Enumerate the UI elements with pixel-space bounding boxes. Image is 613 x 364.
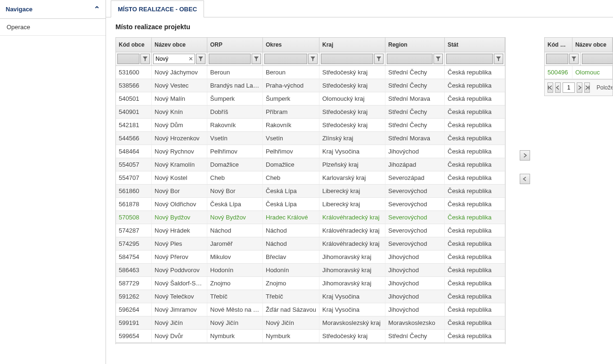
column-header[interactable]: Stát: [445, 38, 505, 52]
filter-input[interactable]: [209, 54, 251, 64]
table-row[interactable]: 561878Nový OldřichovČeská LípaČeská Lípa…: [116, 198, 505, 211]
table-cell: Rakovník: [263, 119, 319, 131]
table-cell: Beroun: [207, 66, 263, 79]
table-cell: Středočeský kraj: [319, 66, 385, 79]
table-row[interactable]: 540901Nový KnínDobříšPříbramStředočeský …: [116, 105, 505, 119]
table-cell: Česká republika: [445, 330, 505, 342]
table-row[interactable]: 561860Nový BorNový BorČeská LípaLibereck…: [116, 185, 505, 198]
table-cell: Náchod: [263, 224, 319, 237]
column-header[interactable]: ORP: [207, 38, 263, 52]
table-cell: Střední Čechy: [385, 105, 445, 118]
filter-icon[interactable]: [433, 54, 443, 64]
table-cell: Olomoucký kraj: [319, 92, 385, 105]
filter-cell: ✕: [152, 52, 207, 65]
table-row[interactable]: 574295Nový PlesJaroměřNáchodKrálovéhrade…: [116, 237, 505, 251]
table-cell: Středočeský kraj: [319, 79, 385, 92]
table-cell: Nový Bydžov: [207, 211, 263, 224]
left-pager: Položek na stránku 25 Stránka 1 z 1, pol…: [116, 343, 505, 344]
filter-input[interactable]: [446, 54, 493, 64]
sidebar: Navigace ⌃ Operace: [0, 0, 106, 364]
pager-last-button[interactable]: [584, 82, 590, 93]
table-row[interactable]: 542181Nový DůmRakovníkRakovníkStředočesk…: [116, 119, 505, 132]
table-row[interactable]: 596264Nový JimramovNové Město na M...Žďá…: [116, 303, 505, 316]
column-header[interactable]: Název obce: [152, 38, 207, 52]
table-cell: Jihovýchod: [385, 303, 445, 316]
table-cell: Jihozápad: [385, 158, 445, 171]
filter-input[interactable]: [387, 54, 433, 64]
table-cell: Střední Čechy: [385, 119, 445, 131]
table-cell: Nový Kramolín: [152, 158, 207, 171]
table-cell: 548464: [116, 145, 152, 158]
table-cell: Česká republika: [445, 237, 505, 250]
table-cell: Severovýchod: [385, 211, 445, 224]
table-row[interactable]: 554057Nový KramolínDomažliceDomažlicePlz…: [116, 158, 505, 171]
table-cell: Hodonín: [207, 264, 263, 276]
filter-input[interactable]: [117, 54, 139, 64]
filter-icon[interactable]: [140, 54, 150, 64]
table-row[interactable]: 599191Nový JičínNový JičínNový JičínMora…: [116, 316, 505, 330]
horizontal-scrollbar[interactable]: [115, 349, 613, 358]
nav-title: Navigace: [6, 6, 33, 13]
table-row[interactable]: 591262Nový TelečkovTřebíčTřebíčKraj Vyso…: [116, 290, 505, 303]
table-cell: Plzeňský kraj: [319, 158, 385, 171]
table-cell: Nový Poddvorov: [152, 264, 207, 276]
filter-icon[interactable]: [308, 54, 318, 64]
column-header[interactable]: Region: [385, 38, 445, 52]
column-header[interactable]: Kraj: [319, 38, 385, 52]
column-header[interactable]: Kód obce: [545, 38, 572, 52]
table-cell: Nový Jičín: [152, 316, 207, 329]
table-row[interactable]: 531600Nový JáchymovBerounBerounStředočes…: [116, 66, 505, 79]
tab-misto-realizace[interactable]: MÍSTO REALIZACE - OBEC: [111, 0, 204, 17]
column-header[interactable]: Název obce: [572, 38, 613, 52]
move-right-button[interactable]: [520, 150, 530, 161]
table-row[interactable]: 586463Nový PoddvorovHodonínHodonínJihomo…: [116, 264, 505, 277]
table-row[interactable]: 500496Olomouc: [545, 66, 613, 79]
filter-input[interactable]: [546, 54, 568, 64]
table-cell: Karlovarský kraj: [319, 171, 385, 184]
table-cell: Mikulov: [207, 251, 263, 263]
filter-input[interactable]: [321, 54, 373, 64]
column-header[interactable]: Kód obce: [116, 38, 152, 52]
table-cell: Střední Morava: [385, 132, 445, 145]
pager-prev-button[interactable]: [555, 82, 561, 93]
filter-icon[interactable]: [252, 54, 261, 64]
table-cell: Dobříš: [207, 105, 263, 118]
table-cell: Středočeský kraj: [319, 119, 385, 131]
table-cell: 586463: [116, 264, 152, 276]
table-row[interactable]: 548464Nový RychnovPelhřimovPelhřimovKraj…: [116, 145, 505, 158]
table-row[interactable]: 538566Nový VestecBrandýs nad Lab...Praha…: [116, 79, 505, 92]
table-row[interactable]: 540501Nový MalínŠumperkŠumperkOlomoucký …: [116, 92, 505, 105]
filter-icon[interactable]: [569, 54, 579, 64]
filter-icon[interactable]: [374, 54, 384, 64]
pager-next-button[interactable]: [577, 82, 582, 93]
table-row[interactable]: 544566Nový HrozenkovVsetínVsetínZlínský …: [116, 132, 505, 145]
right-pager-text: Položek na: [597, 84, 613, 91]
nav-header[interactable]: Navigace ⌃: [0, 0, 106, 19]
table-cell: Česká republika: [445, 79, 505, 92]
table-cell: Střední Čechy: [385, 330, 445, 342]
table-row[interactable]: 554707Nový KostelChebChebKarlovarský kra…: [116, 171, 505, 185]
table-cell: Střední Morava: [385, 92, 445, 105]
table-row[interactable]: 574287Nový HrádekNáchodNáchodKrálovéhrad…: [116, 224, 505, 237]
nav-item-operace[interactable]: Operace: [0, 19, 106, 36]
table-cell: Středočeský kraj: [319, 330, 385, 342]
table-cell: Šumperk: [263, 92, 319, 105]
table-cell: 570508: [116, 211, 152, 224]
table-row[interactable]: 570508Nový BydžovNový BydžovHradec Králo…: [116, 211, 505, 224]
filter-icon[interactable]: [494, 54, 503, 64]
filter-input[interactable]: [582, 54, 613, 64]
table-cell: Znojmo: [207, 277, 263, 290]
clear-icon[interactable]: ✕: [188, 56, 193, 62]
move-left-button[interactable]: [520, 174, 530, 184]
table-row[interactable]: 599654Nový DvůrNymburkNymburkStředočeský…: [116, 330, 505, 343]
pager-page-input[interactable]: [563, 82, 575, 93]
filter-input[interactable]: [264, 54, 307, 64]
filter-icon[interactable]: [196, 54, 205, 64]
table-cell: Příbram: [263, 105, 319, 118]
table-cell: Nový Jáchymov: [152, 66, 207, 79]
table-cell: Jihomoravský kraj: [319, 264, 385, 276]
column-header[interactable]: Okres: [263, 38, 319, 52]
table-row[interactable]: 587729Nový Šaldorf-Sed...ZnojmoZnojmoJih…: [116, 277, 505, 290]
pager-first-button[interactable]: [548, 82, 553, 93]
table-row[interactable]: 584754Nový PřerovMikulovBřeclavJihomorav…: [116, 251, 505, 264]
